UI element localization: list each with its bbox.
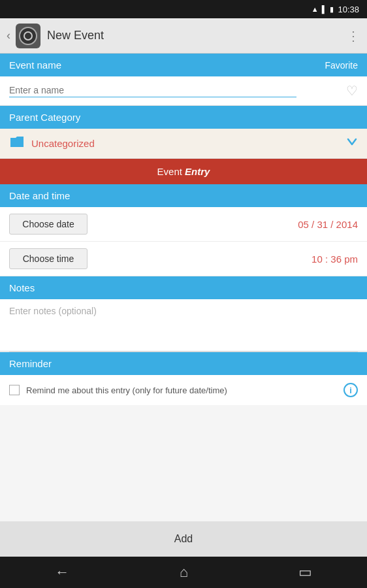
add-button-container: Add (0, 521, 367, 557)
wifi-icon: ▲ (311, 5, 319, 13)
reminder-left: Remind me about this entry (only for fut… (9, 385, 227, 395)
choose-time-button[interactable]: Choose time (9, 248, 88, 269)
add-button[interactable]: Add (9, 528, 358, 550)
notes-area: Enter notes (optional) (0, 299, 367, 351)
battery-icon: ▮ (330, 5, 334, 14)
signal-icon: ▌ (322, 5, 327, 13)
date-value: 05 / 31 / 2014 (298, 219, 358, 230)
status-icons: ▲ ▌ ▮ (311, 5, 334, 14)
notes-header: Notes (0, 276, 367, 299)
event-name-label: Event name (9, 59, 61, 71)
date-row: Choose date 05 / 31 / 2014 (0, 207, 367, 242)
page-title: New Event (47, 29, 347, 42)
time-value: 10 : 36 pm (311, 253, 358, 265)
category-row[interactable]: Uncategorized (0, 129, 367, 159)
folder-icon (9, 135, 25, 152)
chevron-down-icon (346, 136, 358, 151)
category-name: Uncategorized (31, 138, 95, 149)
event-name-header: Event name Favorite (0, 54, 367, 76)
reminder-checkbox[interactable] (9, 385, 20, 395)
bottom-spacer (0, 405, 367, 457)
app-icon-inner (19, 27, 37, 45)
status-bar: ▲ ▌ ▮ 10:38 (0, 0, 367, 18)
reminder-text: Remind me about this entry (only for fut… (26, 385, 227, 395)
main-wrapper: Event name Favorite ♡ Parent Category Un… (0, 54, 367, 557)
info-icon[interactable]: i (343, 383, 358, 397)
scrollable-content: Event name Favorite ♡ Parent Category Un… (0, 54, 367, 521)
notes-placeholder: Enter notes (optional) (9, 306, 97, 316)
menu-button[interactable]: ⋮ (347, 28, 360, 44)
back-button[interactable]: ‹ (7, 29, 10, 42)
app-icon (16, 24, 40, 48)
category-left: Uncategorized (9, 135, 95, 152)
nav-back-icon[interactable]: ← (55, 564, 69, 581)
event-entry-prefix: Event (157, 166, 185, 177)
datetime-header: Date and time (0, 184, 367, 207)
reminder-row: Remind me about this entry (only for fut… (0, 375, 367, 405)
clock-icon (24, 31, 33, 41)
svg-rect-0 (10, 139, 24, 147)
event-name-input[interactable] (9, 85, 296, 97)
event-entry-button[interactable]: Event Entry (0, 159, 367, 184)
title-bar: ‹ New Event ⋮ (0, 18, 367, 54)
parent-category-header: Parent Category (0, 106, 367, 129)
name-input-row: ♡ (0, 76, 367, 106)
heart-icon[interactable]: ♡ (346, 83, 358, 99)
event-entry-italic: Entry (185, 166, 210, 177)
time-row: Choose time 10 : 36 pm (0, 242, 367, 276)
reminder-header: Reminder (0, 352, 367, 375)
nav-home-icon[interactable]: ⌂ (180, 564, 188, 581)
choose-date-button[interactable]: Choose date (9, 214, 88, 235)
nav-bar: ← ⌂ ▭ (0, 557, 367, 588)
status-time: 10:38 (338, 5, 359, 14)
favorite-label: Favorite (325, 60, 358, 71)
nav-recent-icon[interactable]: ▭ (298, 564, 312, 581)
